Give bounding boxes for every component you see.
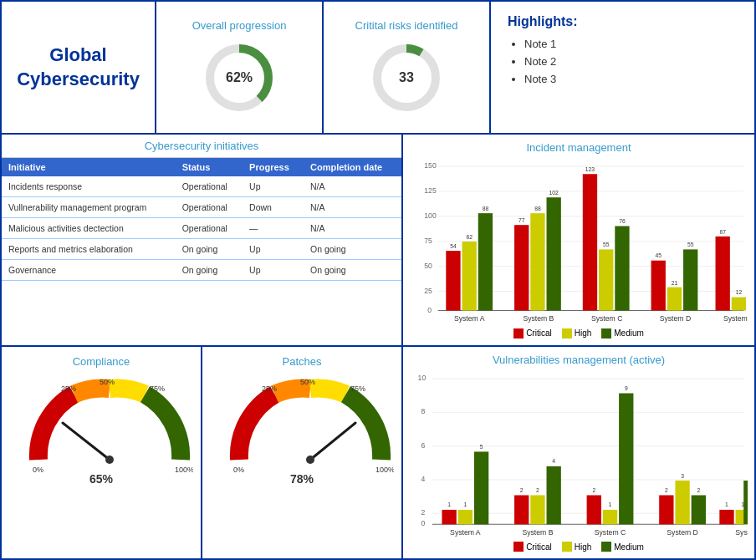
vuln-chart: 10 8 6 4 2 0 1 (410, 370, 748, 538)
svg-rect-85 (514, 495, 529, 524)
compliance-panel: Compliance (2, 347, 202, 558)
svg-rect-99 (675, 480, 689, 523)
highlights-list: Note 1 Note 2 Note 3 (508, 38, 738, 85)
legend-critical-vuln: Critical (513, 542, 552, 552)
svg-rect-42 (716, 237, 730, 311)
svg-text:4: 4 (421, 474, 425, 482)
highlights-panel: Highlights: Note 1 Note 2 Note 3 (491, 2, 754, 133)
svg-rect-44 (732, 298, 746, 311)
legend-critical: Critical (513, 328, 552, 339)
svg-rect-32 (599, 249, 613, 310)
title-line1: Global (49, 44, 106, 65)
svg-line-53 (63, 423, 110, 460)
col-initiative: Initiative (2, 158, 176, 176)
svg-text:100%: 100% (375, 466, 394, 474)
critical-panel: Critital risks identified 33 (324, 2, 491, 133)
svg-text:123: 123 (585, 166, 595, 172)
svg-rect-30 (583, 174, 597, 310)
middle-row: Cybersecurity initiatives Initiative Sta… (2, 135, 754, 346)
svg-text:System D: System D (667, 528, 697, 537)
vuln-medium-label: Medium (614, 542, 644, 552)
svg-rect-20 (462, 242, 477, 310)
svg-text:67: 67 (719, 229, 726, 235)
svg-text:1: 1 (447, 501, 451, 507)
top-row: Global Cybersecurity Overall progression… (2, 2, 754, 135)
initiatives-table-container: Initiative Status Progress Completion da… (2, 158, 401, 344)
svg-text:1: 1 (609, 501, 612, 507)
svg-text:12: 12 (736, 289, 743, 295)
svg-rect-26 (530, 213, 544, 310)
svg-rect-93 (603, 509, 617, 523)
svg-rect-28 (547, 197, 561, 310)
table-row: Reports and metrics elaboration On going… (2, 239, 401, 260)
svg-text:System A: System A (450, 528, 481, 537)
critical-color-swatch (513, 328, 524, 339)
compliance-title: Compliance (73, 355, 130, 368)
svg-text:55: 55 (603, 242, 610, 247)
svg-text:5: 5 (480, 443, 483, 449)
cell-initiative: Reports and metrics elaboration (2, 239, 176, 260)
highlight-item-3: Note 3 (524, 73, 738, 85)
cell-status: Operational (176, 218, 243, 239)
cell-completion: N/A (304, 218, 401, 239)
svg-text:2: 2 (421, 508, 425, 517)
svg-rect-91 (587, 495, 601, 524)
cell-status: On going (176, 260, 243, 281)
legend-high-label: High (575, 328, 592, 338)
cell-initiative: Vullnerability management program (2, 197, 176, 218)
cell-progress: — (243, 218, 304, 239)
svg-text:9: 9 (625, 385, 628, 391)
svg-text:4: 4 (552, 457, 555, 463)
svg-text:2: 2 (520, 486, 524, 492)
svg-text:0%: 0% (33, 466, 43, 474)
svg-rect-97 (659, 495, 673, 524)
svg-text:1: 1 (725, 501, 728, 507)
svg-text:0%: 0% (233, 466, 244, 474)
initiatives-title: Cybersecurity initiatives (2, 135, 401, 158)
table-row: Malicious activities dectection Operatio… (2, 218, 401, 239)
vuln-medium-swatch (601, 542, 611, 552)
cell-initiative: Malicious activities dectection (2, 218, 176, 239)
svg-rect-81 (458, 509, 472, 523)
cell-status: Operational (176, 197, 243, 218)
svg-rect-89 (547, 466, 561, 524)
svg-text:0: 0 (427, 305, 432, 313)
legend-medium-vuln: Medium (601, 542, 644, 552)
svg-text:54: 54 (450, 243, 457, 249)
highlight-item-2: Note 2 (524, 55, 738, 68)
svg-text:21: 21 (672, 280, 678, 286)
highlights-title: Highlights: (508, 14, 738, 29)
incident-legend: Critical High Medium (410, 328, 748, 339)
vuln-critical-swatch (513, 542, 524, 552)
legend-high-vuln: High (562, 542, 592, 552)
svg-point-54 (105, 456, 114, 464)
svg-text:System A: System A (454, 314, 485, 323)
svg-rect-101 (692, 495, 706, 524)
svg-text:1: 1 (464, 501, 467, 507)
cell-completion: N/A (304, 176, 401, 197)
svg-rect-87 (530, 495, 544, 524)
vuln-high-swatch (562, 542, 572, 552)
svg-text:System C: System C (595, 528, 626, 537)
cell-progress: Up (243, 176, 304, 197)
cell-progress: Down (243, 197, 304, 218)
col-completion: Completion date (304, 158, 401, 176)
cell-status: On going (176, 239, 243, 260)
cell-initiative: Governance (2, 260, 176, 281)
cell-progress: Up (243, 260, 304, 281)
svg-text:System E: System E (735, 528, 748, 537)
dashboard: Global Cybersecurity Overall progression… (0, 0, 756, 560)
patches-gauge: 0% 25% 50% 75% 100% (227, 376, 377, 468)
legend-medium: Medium (601, 328, 644, 339)
incident-chart: 150 125 100 75 50 25 0 (410, 158, 748, 324)
svg-text:102: 102 (549, 190, 559, 196)
high-color-swatch (562, 328, 572, 339)
svg-rect-103 (719, 509, 733, 523)
svg-text:10: 10 (418, 373, 427, 381)
compliance-gauge: 0% 25% 50% 75% 100% (26, 376, 176, 468)
incident-panel: Incident management 150 125 100 75 50 25… (403, 135, 754, 344)
highlight-item-1: Note 1 (524, 38, 738, 50)
title-panel: Global Cybersecurity (2, 2, 156, 133)
svg-point-61 (306, 456, 314, 464)
svg-text:2: 2 (697, 486, 700, 492)
